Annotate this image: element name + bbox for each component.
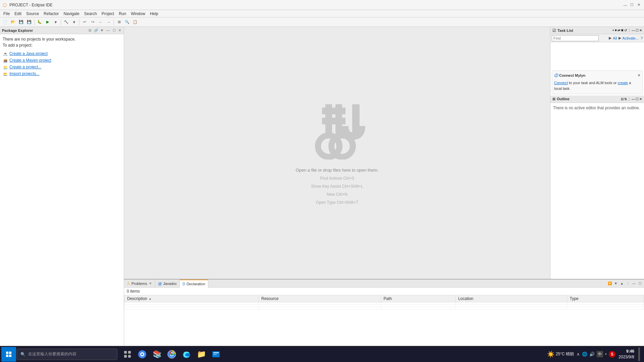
col-resource[interactable]: Resource — [259, 295, 381, 302]
open-btn[interactable]: 📂 — [9, 18, 17, 26]
menu-help[interactable]: Help — [148, 11, 160, 17]
info-icon: ⓘ — [554, 73, 558, 79]
import-projects-link[interactable]: 📂 Import projects... — [3, 70, 121, 77]
network-icon[interactable]: 🌐 — [582, 352, 587, 357]
chrome-app[interactable] — [165, 348, 178, 361]
task-filter-all[interactable]: All — [613, 36, 617, 40]
center-area: Open a file or drop files here to open t… — [124, 27, 550, 279]
task-search-input[interactable] — [552, 35, 599, 41]
create-project-link[interactable]: 📁 Create a project... — [3, 64, 121, 70]
menu-source[interactable]: Source — [24, 11, 41, 17]
books-app[interactable]: 📚 — [150, 348, 164, 361]
package-explorer-close[interactable]: ✕ — [118, 28, 122, 32]
svg-point-17 — [141, 353, 143, 355]
run-btn[interactable]: ▶ — [44, 18, 51, 26]
outline-minimize-btn[interactable]: — — [632, 97, 635, 101]
menu-window[interactable]: Window — [129, 11, 147, 17]
minimize-btn[interactable]: — — [623, 2, 628, 8]
perspective-btn[interactable]: ⊞ — [115, 18, 123, 26]
task-clear-btn[interactable]: ✖ — [621, 28, 624, 32]
maximize-btn[interactable]: ☐ — [629, 2, 635, 8]
problems-tab-close[interactable]: ✕ — [148, 282, 152, 285]
package-explorer-title: Package Explorer — [2, 28, 86, 33]
debug-btn[interactable]: 🐛 — [36, 18, 43, 26]
taskview-btn[interactable] — [121, 348, 134, 361]
col-path[interactable]: Path — [381, 295, 455, 302]
bottom-filter-btn[interactable]: 🔽 — [607, 281, 612, 286]
connect-mylyn-close[interactable]: ✕ — [638, 73, 640, 78]
menu-navigate[interactable]: Navigate — [61, 11, 81, 17]
build-btn[interactable]: 🔨 — [62, 18, 70, 26]
close-btn[interactable]: ✕ — [636, 2, 641, 8]
taskbar-search-box[interactable]: 🔍 在这里输入你要搜索的内容 — [17, 349, 117, 360]
task-refresh-btn[interactable]: ↺ — [624, 28, 627, 32]
show-hidden-icons[interactable]: ∧ — [577, 352, 580, 357]
input-method-icon[interactable]: 中 — [597, 351, 603, 357]
bottom-next-btn[interactable]: ▼ — [613, 281, 619, 286]
javadoc-tab[interactable]: @ Javadoc — [155, 280, 180, 288]
panel-minimize-btn[interactable]: — — [106, 28, 110, 33]
problems-tab[interactable]: ⚠ Problems ✕ — [124, 280, 155, 288]
connect-link[interactable]: Connect — [554, 81, 568, 85]
tasks-btn[interactable]: 📋 — [131, 18, 139, 26]
redo-btn[interactable]: ↪ — [89, 18, 96, 26]
menu-bar: File Edit Source Refactor Navigate Searc… — [0, 10, 644, 17]
link-editor-btn[interactable]: 🔗 — [94, 28, 98, 33]
panel-maximize-btn[interactable]: ☐ — [112, 28, 116, 33]
task-menu-btn[interactable]: ⋮ — [628, 28, 631, 32]
clock[interactable]: 9:46 2023/9/8 — [619, 349, 634, 360]
file-explorer-app[interactable]: 📁 — [195, 348, 208, 361]
to-text: to your task and ALM tools or — [569, 81, 618, 85]
outline-header: ⊞ Outline ⊟ ⇅ ⋮ — ☐ ✕ — [550, 96, 644, 103]
outline-close-btn[interactable]: ✕ — [639, 97, 642, 101]
create-java-project-link[interactable]: ☕ Create a Java project — [3, 50, 121, 57]
run-dropdown[interactable]: ▼ — [52, 18, 59, 26]
outline-maximize-btn[interactable]: ☐ — [636, 97, 639, 101]
task-new-btn[interactable]: +▼ — [612, 28, 618, 32]
bottom-minimize-btn[interactable]: — — [631, 281, 637, 286]
undo-btn[interactable]: ↩ — [81, 18, 88, 26]
start-button[interactable] — [1, 347, 16, 362]
menu-file[interactable]: File — [1, 11, 12, 17]
task-activate-link[interactable]: Activate... — [623, 36, 639, 40]
problems-tab-label: Problems — [131, 282, 147, 286]
menu-run[interactable]: Run — [117, 11, 128, 17]
col-type[interactable]: Type — [567, 295, 644, 302]
create-maven-project-link[interactable]: 📦 Create a Maven project — [3, 57, 121, 64]
menu-edit[interactable]: Edit — [12, 11, 23, 17]
save-btn[interactable]: 💾 — [17, 18, 25, 26]
back-btn[interactable]: ← — [97, 18, 104, 26]
outline-sort-btn[interactable]: ⇅ — [624, 97, 627, 101]
blue-app[interactable] — [209, 348, 223, 361]
menu-project[interactable]: Project — [100, 11, 116, 17]
outline-menu-btn[interactable]: ⋮ — [628, 97, 631, 101]
help-icon[interactable]: ? — [641, 36, 643, 40]
declaration-tab[interactable]: D Declaration — [180, 280, 208, 288]
new-btn[interactable]: 📄 — [1, 18, 9, 26]
create-link[interactable]: create — [618, 81, 628, 85]
weather-widget[interactable]: ☀️ 25°C 晴朗 — [547, 351, 574, 358]
bottom-maximize-btn[interactable]: ☐ — [637, 281, 643, 286]
menu-search[interactable]: Search — [82, 11, 99, 17]
forward-btn[interactable]: → — [105, 18, 112, 26]
task-maximize-btn[interactable]: ☐ — [636, 28, 639, 32]
task-minimize-btn[interactable]: — — [632, 28, 635, 32]
bottom-menu-btn[interactable]: ⋮ — [625, 281, 631, 286]
bottom-prev-btn[interactable]: ▲ — [619, 281, 625, 286]
outline-collapse-btn[interactable]: ⊟ — [621, 97, 624, 101]
ime-icon[interactable]: • — [605, 352, 606, 357]
task-close-btn[interactable]: ✕ — [639, 28, 642, 32]
col-location[interactable]: Location — [455, 295, 567, 302]
edge-app[interactable] — [180, 348, 193, 361]
save-all-btn[interactable]: 💾 — [25, 18, 33, 26]
build-dropdown[interactable]: ▼ — [70, 18, 78, 26]
menu-refactor[interactable]: Refactor — [42, 11, 61, 17]
view-menu-btn[interactable]: ▼ — [100, 28, 104, 33]
show-desktop-btn[interactable] — [638, 348, 640, 361]
browser-app[interactable] — [136, 348, 149, 361]
volume-icon[interactable]: 🔊 — [589, 352, 595, 357]
col-description[interactable]: Description ▲ — [124, 295, 259, 302]
task-sync-btn[interactable]: ⇄ — [618, 28, 620, 32]
search-icon-btn[interactable]: 🔍 — [123, 18, 131, 26]
collapse-all-btn[interactable]: ⊟ — [88, 28, 92, 33]
